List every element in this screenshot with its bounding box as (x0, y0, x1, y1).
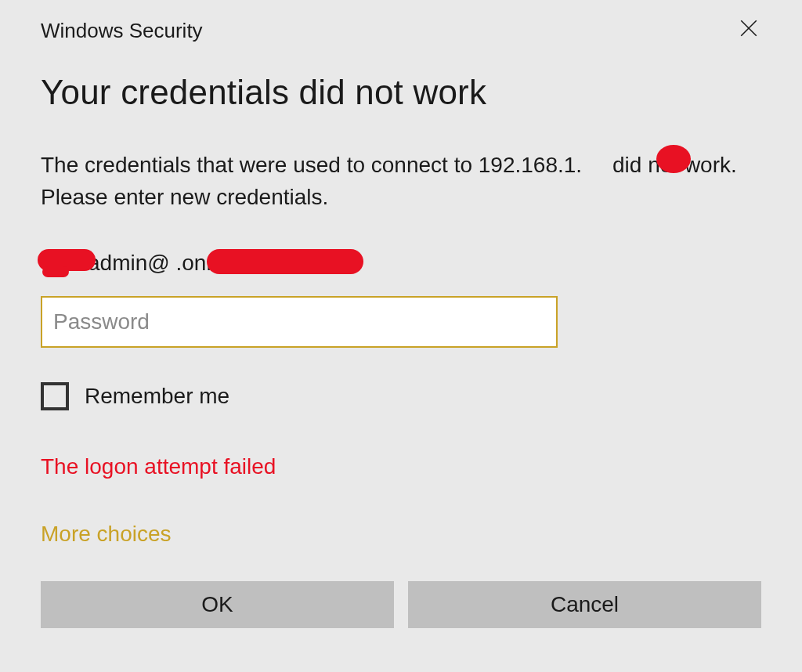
redaction-mark (656, 145, 691, 173)
redacted-ip-octet (582, 153, 606, 177)
window-title: Windows Security (41, 19, 203, 43)
remember-me-checkbox[interactable] (41, 382, 69, 410)
close-icon (739, 18, 759, 38)
credentials-dialog: Windows Security Your credentials did no… (0, 0, 802, 672)
dialog-message: The credentials that were used to connec… (41, 150, 761, 213)
password-input[interactable] (41, 296, 558, 348)
ok-button[interactable]: OK (41, 581, 394, 628)
message-text-1: The credentials that were used to connec… (41, 153, 582, 177)
more-choices-link[interactable]: More choices (41, 522, 761, 547)
cancel-button[interactable]: Cancel (408, 581, 761, 628)
redaction-mark (42, 266, 69, 277)
button-row: OK Cancel (41, 581, 761, 628)
dialog-heading: Your credentials did not work (41, 73, 761, 112)
username-display: admin@ .onmicrosoft.com (41, 251, 761, 276)
remember-me-row: Remember me (41, 382, 761, 410)
close-button[interactable] (736, 16, 761, 41)
redaction-mark (207, 249, 363, 274)
error-message: The logon attempt failed (41, 454, 761, 479)
remember-me-label: Remember me (85, 384, 229, 409)
title-bar: Windows Security (41, 19, 761, 43)
